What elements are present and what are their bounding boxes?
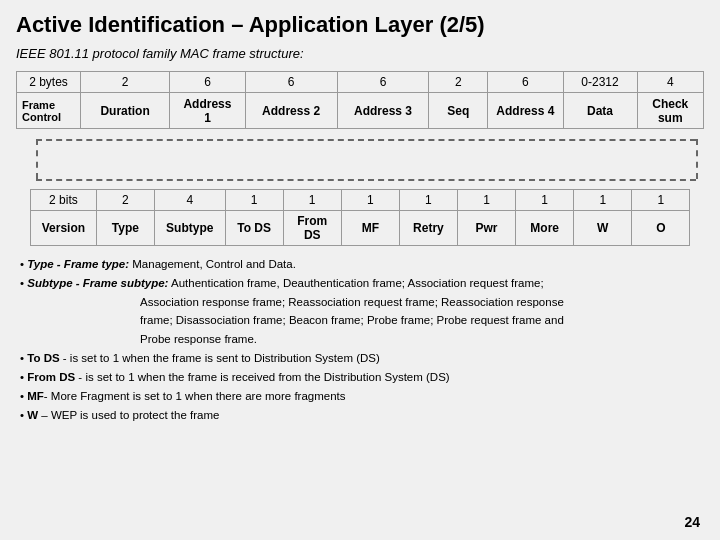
dashed-right-vert [696,139,698,179]
upper-h3: 6 [170,72,245,93]
type-cell: Type [96,211,154,246]
lower-frame-table: 2 bits 2 4 1 1 1 1 1 1 1 1 Version [30,189,690,246]
lower-h10: 1 [574,190,632,211]
upper-h9: 4 [637,72,703,93]
note-mf: • MF- More Fragment is set to 1 when the… [20,388,704,406]
type-text: Management, Control and Data. [129,258,296,270]
lower-h6: 1 [341,190,399,211]
checksum-cell: Checksum [637,93,703,129]
note-fromds: • From DS - is set to 1 when the frame i… [20,369,704,387]
upper-h8: 0-2312 [563,72,637,93]
seq-cell: Seq [429,93,488,129]
subtype-text: Authentication frame, Deauthentication f… [168,277,543,289]
fromds-label: From DS [27,371,75,383]
note-subtype-line3: frame; Disassociation frame; Beacon fram… [20,312,704,330]
lower-h3: 4 [154,190,225,211]
tods-label: To DS [27,352,59,364]
lower-label-row: Version Type Subtype To DS FromDS MF Ret… [31,211,690,246]
note-type: • Type - Frame type: Management, Control… [20,256,704,274]
upper-h1: 2 bytes [17,72,81,93]
upper-h4: 6 [245,72,337,93]
upper-h6: 2 [429,72,488,93]
note-subtype: • Subtype - Frame subtype: Authenticatio… [20,275,704,293]
subtype-label: Subtype - Frame subtype: [27,277,168,289]
lower-h5: 1 [283,190,341,211]
data-cell: Data [563,93,637,129]
lower-h11: 1 [632,190,690,211]
lower-header-row: 2 bits 2 4 1 1 1 1 1 1 1 1 [31,190,690,211]
w-text: – WEP is used to protect the frame [38,409,219,421]
dashed-bottom-line [36,179,696,181]
tods-text: - is set to 1 when the frame is sent to … [60,352,380,364]
note-subtype-line4: Probe response frame. [20,331,704,349]
subtitle: IEEE 801.11 protocol family MAC frame st… [16,46,704,61]
fromds-cell: FromDS [283,211,341,246]
lower-h7: 1 [399,190,457,211]
w-cell: W [574,211,632,246]
lower-h1: 2 bits [31,190,97,211]
notes-section: • Type - Frame type: Management, Control… [16,256,704,424]
upper-h2: 2 [80,72,169,93]
upper-label-row: FrameControl Duration Address1 Address 2… [17,93,704,129]
pwr-cell: Pwr [457,211,515,246]
mf-cell: MF [341,211,399,246]
type-label: Type - Frame type: [27,258,129,270]
upper-header-row: 2 bytes 2 6 6 6 2 6 0-2312 4 [17,72,704,93]
o-cell: O [632,211,690,246]
duration-cell: Duration [80,93,169,129]
address4-cell: Address 4 [488,93,563,129]
address3-cell: Address 3 [337,93,429,129]
dashed-top-line [36,139,696,141]
lower-h8: 1 [457,190,515,211]
lower-h2: 2 [96,190,154,211]
w-label: W [27,409,38,421]
retry-cell: Retry [399,211,457,246]
address2-cell: Address 2 [245,93,337,129]
version-cell: Version [31,211,97,246]
upper-frame-table: 2 bytes 2 6 6 6 2 6 0-2312 4 FrameContro… [16,71,704,129]
connector-area [16,129,704,189]
upper-h7: 6 [488,72,563,93]
note-w: • W – WEP is used to protect the frame [20,407,704,425]
subtype-cell: Subtype [154,211,225,246]
frame-control-cell: FrameControl [17,93,81,129]
more-cell: More [516,211,574,246]
lower-table-wrapper: 2 bits 2 4 1 1 1 1 1 1 1 1 Version [16,189,704,246]
mf-label: MF [27,390,44,402]
mf-text: - More Fragment is set to 1 when there a… [44,390,346,402]
address1-cell: Address1 [170,93,245,129]
lower-h9: 1 [516,190,574,211]
page-title: Active Identification – Application Laye… [16,12,704,38]
upper-table-wrapper: 2 bytes 2 6 6 6 2 6 0-2312 4 FrameContro… [16,71,704,129]
lower-h4: 1 [225,190,283,211]
tods-cell: To DS [225,211,283,246]
note-tods: • To DS - is set to 1 when the frame is … [20,350,704,368]
note-subtype-line2: Association response frame; Reassociatio… [20,294,704,312]
fromds-text: - is set to 1 when the frame is received… [75,371,450,383]
dashed-left-vert [36,139,38,179]
upper-h5: 6 [337,72,429,93]
page-number: 24 [684,514,700,530]
